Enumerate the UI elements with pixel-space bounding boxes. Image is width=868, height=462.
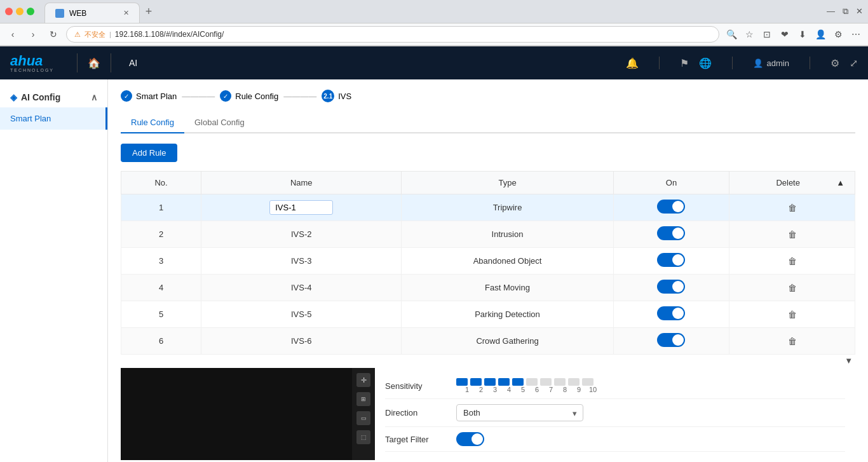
sens-num-9: 9 [573,386,585,393]
delete-btn[interactable]: 🗑 [788,336,797,346]
table-header-row: No. Name Type On Delete ▲ [121,172,855,194]
gear-icon[interactable]: ⚙ [831,57,839,69]
target-filter-toggle[interactable] [456,432,484,446]
maximize-window-btn[interactable] [27,8,34,15]
flag-icon[interactable]: ⚑ [680,57,689,69]
table-row[interactable]: 2IVS-2Intrusion🗑 [121,221,855,248]
add-rule-button[interactable]: Add Rule [121,144,177,162]
table-row[interactable]: 1Tripwire🗑 [121,194,855,221]
sens-segment-4[interactable] [498,378,510,386]
cell-type: Crowd Gathering [402,328,613,355]
grid-tool-btn[interactable]: ⊞ [356,392,370,406]
minimize-window-btn[interactable] [16,8,24,15]
table-row[interactable]: 4IVS-4Fast Moving🗑 [121,275,855,301]
rule-toggle[interactable] [657,333,685,347]
rule-toggle[interactable] [657,200,685,214]
refresh-btn[interactable]: ↻ [46,27,61,42]
minimize-btn[interactable]: — [827,6,835,17]
sens-segment-7[interactable] [540,378,552,386]
scroll-down-arrow[interactable]: ▼ [844,356,853,365]
back-btn[interactable]: ‹ [5,27,20,42]
forward-btn[interactable]: › [25,27,41,42]
table-row[interactable]: 6IVS-6Crowd Gathering🗑 [121,328,855,355]
rule-toggle[interactable] [657,253,685,267]
restore-btn[interactable]: ⧉ [843,6,848,17]
cell-name: IVS-3 [201,248,402,275]
step3-num-text: 2.1 [323,93,332,100]
sens-num-1: 1 [461,386,473,393]
browser-chrome: WEB ✕ + — ⧉ ✕ ‹ › ↻ ⚠ 不安全 | 192.168.1.10… [0,0,868,46]
sens-segment-3[interactable] [484,378,496,386]
home-icon[interactable]: 🏠 [88,57,100,69]
sens-num-7: 7 [545,386,557,393]
sidebar-collapse-icon[interactable]: ∧ [91,92,97,102]
sens-segment-10[interactable] [582,378,593,386]
sens-segment-2[interactable] [470,378,482,386]
rule-toggle[interactable] [657,226,685,240]
cell-delete: 🗑 [729,275,855,301]
tab-close-btn[interactable]: ✕ [123,9,129,17]
tab-rule-config[interactable]: Rule Config [121,112,184,133]
expand-icon[interactable]: ⤢ [850,57,858,69]
delete-btn[interactable]: 🗑 [788,256,797,266]
delete-btn[interactable]: 🗑 [788,283,797,293]
table-row[interactable]: 5IVS-5Parking Detection🗑 [121,301,855,328]
name-input[interactable] [269,200,333,215]
search-browser-icon[interactable]: 🔍 [724,27,738,41]
tab-global-config[interactable]: Global Config [184,112,255,133]
new-tab-btn[interactable]: + [140,3,158,20]
browser-tab[interactable]: WEB ✕ [44,3,140,23]
direction-select-wrapper: BothA to BB to A [456,404,583,421]
step1-check-icon: ✓ [121,90,132,102]
download-icon[interactable]: ⬇ [796,27,810,41]
sens-segment-6[interactable] [526,378,538,386]
sidebar-item-smart-plan[interactable]: Smart Plan [0,107,107,130]
bottom-section: ✛ ⊞ ▭ ⬚ Sensitivity 12345678910 [121,368,855,460]
table-row[interactable]: 3IVS-3Abandoned Object🗑 [121,248,855,275]
address-bar[interactable]: ⚠ 不安全 | 192.168.1.108/#/index/AIConfig/ [66,26,719,43]
split-view-icon[interactable]: ⊡ [760,27,774,41]
globe-icon[interactable]: 🌐 [699,57,712,69]
rule-toggle[interactable] [657,306,685,320]
poly-tool-btn[interactable]: ⬚ [356,430,370,444]
collections-icon[interactable]: ❤ [778,27,792,41]
delete-btn[interactable]: 🗑 [788,229,797,240]
header-divider2 [111,53,111,72]
direction-select[interactable]: BothA to BB to A [456,404,583,421]
step3-num: 2.1 [322,90,334,102]
settings-browser-icon[interactable]: ⚙ [831,27,845,41]
scroll-up-arrow[interactable]: ▲ [836,178,844,187]
rule-toggle[interactable] [657,280,685,294]
direction-row: Direction BothA to BB to A [385,399,845,427]
user-menu[interactable]: 👤 admin [753,58,789,68]
step2-label: Rule Config [235,92,278,101]
cell-on [613,328,729,355]
delete-btn[interactable]: 🗑 [788,309,797,320]
delete-btn[interactable]: 🗑 [788,203,797,213]
cell-delete: 🗑 [729,194,855,221]
logo: ahua TECHNOLOGY [10,54,54,72]
cell-delete: 🗑 [729,221,855,248]
move-tool-btn[interactable]: ✛ [356,373,370,387]
sidebar-title: AI Config [21,92,60,102]
ai-nav-item[interactable]: AI [121,58,145,68]
sens-segment-8[interactable] [554,378,566,386]
close-window-btn[interactable] [5,8,13,15]
sidebar-header[interactable]: ◈ AI Config ∧ [0,87,107,107]
sens-segment-5[interactable] [512,378,524,386]
close-btn[interactable]: ✕ [856,6,863,17]
bell-icon[interactable]: 🔔 [626,57,639,69]
more-btn[interactable]: ⋯ [849,27,863,41]
target-filter-label: Target Filter [385,435,449,444]
app-header: ahua TECHNOLOGY 🏠 AI 🔔 ⚑ 🌐 👤 admin ⚙ ⤢ [0,46,868,79]
breadcrumb-line1: ———— [182,92,215,101]
cell-type: Intrusion [402,221,613,248]
sens-segment-9[interactable] [568,378,580,386]
sens-segment-1[interactable] [456,378,468,386]
main-content: ✓ Smart Plan ———— ✓ Rule Config ———— 2.1… [108,79,868,462]
profile-icon[interactable]: 👤 [813,27,827,41]
rect-tool-btn[interactable]: ▭ [356,411,370,425]
logo-text: ahua [10,54,54,68]
sensitivity-row: Sensitivity 12345678910 [385,373,845,399]
star-icon[interactable]: ☆ [742,27,756,41]
